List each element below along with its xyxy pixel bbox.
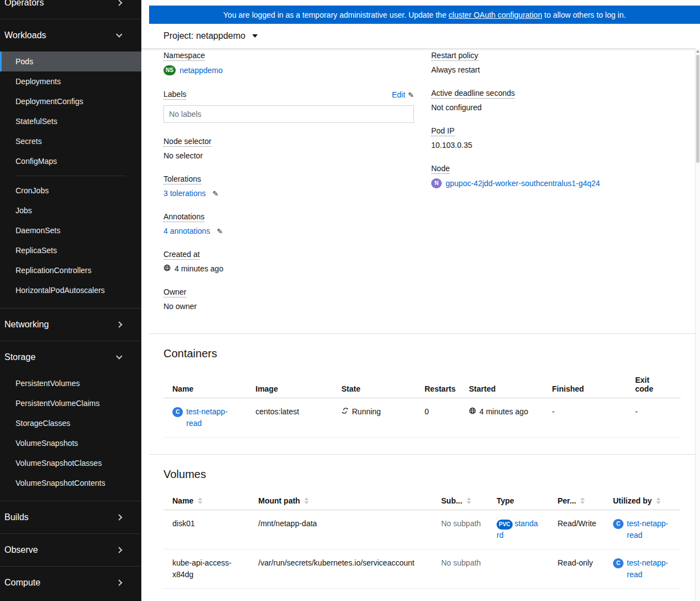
namespace-badge-icon: NS xyxy=(163,65,176,75)
sidebar-item-networking[interactable]: Networking xyxy=(0,309,141,341)
container-finished-cell: - xyxy=(543,398,626,438)
tolerations-label: Tolerations xyxy=(163,174,414,183)
containers-table-header: Name Image State Restarts Started Finish… xyxy=(163,371,681,398)
sidebar-item-deployments[interactable]: Deployments xyxy=(0,71,141,91)
storage-submenu: PersistentVolumes PersistentVolumeClaims… xyxy=(0,373,141,493)
pencil-icon[interactable]: ✎ xyxy=(217,227,223,235)
pod-details-page: Namespace NS netappdemo Labels Edit✎ No … xyxy=(141,48,700,601)
sidebar-item-daemonsets[interactable]: DaemonSets xyxy=(0,220,141,240)
chevron-right-icon xyxy=(116,321,122,327)
container-link[interactable]: test-netapp-read xyxy=(627,557,672,581)
sort-icon[interactable] xyxy=(198,497,202,504)
sidebar-item-horizontalpodautoscalers[interactable]: HorizontalPodAutoscalers xyxy=(0,280,141,300)
labels-empty-text: No labels xyxy=(169,110,201,119)
divider xyxy=(16,176,126,176)
node-value: N gpupoc-42jdd-worker-southcentralus1-g4… xyxy=(431,178,681,188)
details-right-column: Restart policy Always restart Active dea… xyxy=(431,51,681,333)
container-started-text: 4 minutes ago xyxy=(479,406,528,418)
sidebar-item-deploymentconfigs[interactable]: DeploymentConfigs xyxy=(0,91,141,111)
scroll-up-arrow[interactable] xyxy=(696,50,699,53)
container-link[interactable]: test-netapp-read xyxy=(627,518,672,541)
sidebar-item-cronjobs[interactable]: CronJobs xyxy=(0,181,141,201)
tolerations-link[interactable]: 3 tolerations xyxy=(163,189,206,198)
sidebar-item-storage[interactable]: Storage xyxy=(0,341,141,373)
sidebar-item-volumesnapshotclasses[interactable]: VolumeSnapshotClasses xyxy=(0,453,141,473)
pencil-icon[interactable]: ✎ xyxy=(212,189,218,198)
login-notice-banner: You are logged in as a temporary adminis… xyxy=(149,6,700,24)
sidebar-item-volumesnapshots[interactable]: VolumeSnapshots xyxy=(0,433,141,453)
container-badge-icon: C xyxy=(613,558,624,568)
volume-permissions-cell: Read-only xyxy=(549,549,604,589)
annotations-link[interactable]: 4 annotations xyxy=(163,227,210,235)
sort-icon[interactable] xyxy=(304,497,309,504)
edit-labels-link[interactable]: Edit xyxy=(392,90,405,99)
edit-labels[interactable]: Edit✎ xyxy=(392,90,414,99)
sidebar-item-label: Compute xyxy=(4,578,40,588)
sidebar-item-replicationcontrollers[interactable]: ReplicationControllers xyxy=(0,260,141,280)
project-selector[interactable]: Project: netappdemo xyxy=(141,24,700,48)
volumes-table: Name Mount path Sub... Type Per... Utili… xyxy=(163,492,681,589)
volume-subpath-cell: No subpath xyxy=(432,510,488,549)
sidebar-item-persistentvolumes[interactable]: PersistentVolumes xyxy=(0,373,141,393)
container-badge-icon: C xyxy=(172,407,183,417)
container-state-cell: Running xyxy=(333,398,416,438)
pod-ip-label: Pod IP xyxy=(431,126,681,135)
column-header-subpath[interactable]: Sub... xyxy=(432,492,488,510)
container-badge-icon: C xyxy=(613,519,624,529)
annotations-value: 4 annotations✎ xyxy=(163,227,414,235)
sidebar-item-persistentvolumeclaims[interactable]: PersistentVolumeClaims xyxy=(0,393,141,413)
sidebar-item-workloads[interactable]: Workloads xyxy=(0,19,141,52)
active-deadline-label: Active deadline seconds xyxy=(431,89,681,97)
sidebar-item-storageclasses[interactable]: StorageClasses xyxy=(0,413,141,433)
sidebar-item-jobs[interactable]: Jobs xyxy=(0,201,141,220)
volume-type-cell xyxy=(488,549,549,589)
sidebar-item-secrets[interactable]: Secrets xyxy=(0,131,141,151)
sidebar-item-label: Networking xyxy=(4,320,49,330)
column-header-permissions[interactable]: Per... xyxy=(549,492,604,510)
chevron-down-icon xyxy=(116,31,122,37)
pencil-icon[interactable]: ✎ xyxy=(408,91,414,99)
cluster-oauth-configuration-link[interactable]: cluster OAuth configuration xyxy=(448,11,542,19)
sidebar-item-volumesnapshotcontents[interactable]: VolumeSnapshotContents xyxy=(0,473,141,493)
sort-icon[interactable] xyxy=(467,497,471,504)
volume-name-cell: disk01 xyxy=(163,510,249,549)
column-header-name[interactable]: Name xyxy=(163,492,249,510)
node-badge-icon: N xyxy=(431,178,442,188)
chevron-right-icon xyxy=(116,579,122,585)
scrollbar-thumb[interactable] xyxy=(696,55,699,163)
scrollbar[interactable] xyxy=(695,48,700,601)
sidebar-item-label: Observe xyxy=(4,545,38,555)
container-link[interactable]: test-netapp-read xyxy=(186,406,238,429)
namespace-label: Namespace xyxy=(163,51,414,60)
restart-policy-value: Always restart xyxy=(431,65,681,74)
sidebar-item-pods[interactable]: Pods xyxy=(0,52,141,71)
main-content: You are logged in as a temporary adminis… xyxy=(141,0,700,601)
container-state-text: Running xyxy=(352,406,381,418)
chevron-down-icon xyxy=(116,353,122,359)
sort-icon[interactable] xyxy=(580,497,585,504)
sort-icon[interactable] xyxy=(656,497,661,504)
sidebar-item-builds[interactable]: Builds xyxy=(0,501,141,533)
node-link[interactable]: gpupoc-42jdd-worker-southcentralus1-g4q2… xyxy=(446,179,600,188)
sidebar-item-configmaps[interactable]: ConfigMaps xyxy=(0,151,141,171)
container-started-cell: 4 minutes ago xyxy=(460,398,543,438)
column-header-utilized-by[interactable]: Utilized by xyxy=(604,492,681,510)
created-at-label: Created at xyxy=(163,250,414,259)
volumes-title: Volumes xyxy=(163,468,681,481)
sidebar-item-compute[interactable]: Compute xyxy=(0,567,141,599)
table-row: C test-netapp-read centos:latest Running… xyxy=(163,398,681,438)
sidebar-item-label: Operators xyxy=(4,0,44,8)
owner-label: Owner xyxy=(163,287,414,296)
namespace-link[interactable]: netappdemo xyxy=(180,66,223,75)
node-selector-value: No selector xyxy=(163,151,414,160)
labels-header-row: Labels Edit✎ xyxy=(163,90,414,100)
sidebar-item-statefulsets[interactable]: StatefulSets xyxy=(0,111,141,131)
project-name: netappdemo xyxy=(196,31,246,41)
column-header-mount-path[interactable]: Mount path xyxy=(249,492,432,510)
sidebar-item-operators[interactable]: Operators xyxy=(0,0,141,19)
banner-text: to allow others to log in. xyxy=(542,11,626,19)
sidebar-item-observe[interactable]: Observe xyxy=(0,534,141,566)
sidebar-item-label: Workloads xyxy=(4,30,46,40)
globe-icon xyxy=(163,264,171,273)
sidebar-item-replicasets[interactable]: ReplicaSets xyxy=(0,240,141,260)
